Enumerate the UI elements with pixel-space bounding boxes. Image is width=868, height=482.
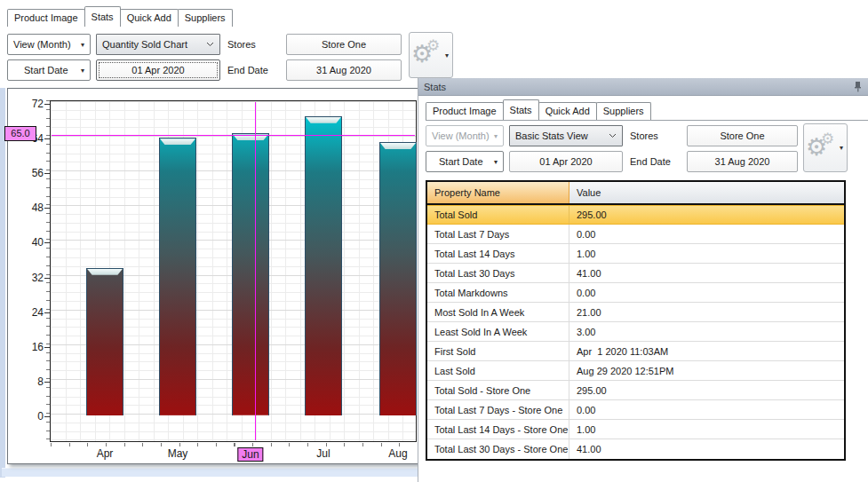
stats-view-combobox[interactable]: Basic Stats View [509, 125, 623, 146]
stats-store-one-label: Store One [720, 130, 764, 141]
table-row[interactable]: Total Last 14 Days1.00 [427, 244, 844, 264]
y-axis-tick [44, 416, 50, 417]
property-name-cell: Most Sold In A Week [427, 303, 569, 321]
column-header-value[interactable]: Value [569, 182, 844, 203]
end-date-value: 31 Aug 2020 [316, 65, 371, 75]
table-row[interactable]: Total Sold - Store One295.00 [427, 381, 844, 400]
column-header-property-name[interactable]: Property Name [427, 182, 569, 203]
table-row[interactable]: Total Last 14 Days - Store One1.00 [427, 420, 844, 439]
property-value-cell: 295.00 [569, 381, 844, 399]
crosshair-horizontal-line [52, 135, 415, 136]
y-axis-tick-label: 24 [8, 306, 44, 319]
table-row[interactable]: Total Markdowns0.00 [427, 283, 844, 303]
stats-panel-titlebar[interactable]: Stats [418, 78, 868, 96]
tab-suppliers[interactable]: Suppliers [178, 9, 233, 27]
property-value-cell: 41.00 [569, 264, 844, 282]
property-value-cell: 1.00 [569, 420, 844, 439]
bar-apr[interactable] [86, 268, 123, 415]
y-axis-tick-label: 48 [8, 201, 44, 214]
property-name-cell: Total Last 14 Days - Store One [427, 420, 569, 439]
stats-start-date-value: 01 Apr 2020 [539, 156, 592, 167]
pin-icon[interactable] [853, 81, 863, 92]
bar-aug[interactable] [379, 142, 417, 415]
tab-stats[interactable]: Stats [503, 99, 539, 120]
x-axis-label-may: May [164, 447, 192, 460]
x-axis-label-apr: Apr [93, 447, 117, 460]
tab-stats[interactable]: Stats [84, 6, 121, 27]
stores-label: Stores [227, 39, 256, 50]
y-axis-tick [44, 104, 50, 105]
stats-view-month-label: View (Month) [432, 130, 490, 141]
property-name-cell: Total Last 30 Days - Store One [427, 439, 569, 459]
crosshair-vertical-line [255, 102, 256, 440]
y-axis-tick-label: 16 [8, 341, 44, 353]
tab-suppliers[interactable]: Suppliers [596, 102, 651, 120]
stats-start-date-value-button[interactable]: 01 Apr 2020 [509, 151, 623, 172]
settings-gear-button[interactable]: ⚙⚙ ▾ [409, 32, 453, 78]
y-axis-tick [44, 242, 50, 243]
table-row[interactable]: Last SoldAug 29 2020 12:51PM [427, 361, 844, 381]
property-name-cell: Total Last 30 Days [427, 264, 569, 282]
property-name-cell: First Sold [427, 342, 569, 360]
quantity-sold-chart-panel: 65.0 726456484032241680AprMayJunJulAug [7, 88, 424, 464]
x-axis-label-aug: Aug [385, 447, 410, 460]
table-row[interactable]: Total Last 7 Days - Store One0.00 [427, 400, 844, 420]
table-row[interactable]: Total Last 30 Days - Store One41.00 [427, 439, 844, 459]
window-edge-left [0, 88, 5, 478]
bar-may[interactable] [159, 138, 196, 415]
bar-jun[interactable] [232, 133, 269, 415]
tab-product-image[interactable]: Product Image [426, 102, 504, 120]
y-axis-tick-label: 8 [8, 375, 44, 388]
property-name-cell: Last Sold [427, 361, 569, 380]
end-date-value-button[interactable]: 31 Aug 2020 [286, 59, 402, 81]
property-name-cell: Least Sold In A Week [427, 322, 569, 341]
property-value-cell: Apr 1 2020 11:03AM [569, 342, 844, 360]
chart-plot-area[interactable] [50, 100, 417, 442]
table-header-row: Property Name Value [427, 182, 844, 205]
stats-end-date-label: End Date [630, 156, 671, 167]
x-axis-label-jul: Jul [313, 447, 333, 460]
tab-product-image[interactable]: Product Image [7, 9, 85, 27]
property-value-cell: 0.00 [569, 283, 844, 302]
stats-end-date-value-button[interactable]: 31 Aug 2020 [687, 151, 798, 172]
end-date-label: End Date [227, 65, 268, 75]
stats-start-date-label: Start Date [439, 156, 483, 167]
store-one-button[interactable]: Store One [286, 34, 402, 55]
chart-type-combobox[interactable]: Quantity Sold Chart [96, 34, 220, 55]
gear-icon: ⚙⚙ [413, 41, 443, 69]
stats-store-one-button[interactable]: Store One [687, 125, 798, 146]
bar-jul[interactable] [305, 116, 342, 415]
chevron-down-icon: ▾ [840, 144, 843, 152]
gear-icon: ⚙⚙ [808, 134, 838, 162]
tab-quick-add[interactable]: Quick Add [120, 9, 179, 27]
property-value-cell: Aug 29 2020 12:51PM [569, 361, 844, 380]
stats-start-date-dropdown[interactable]: Start Date ▾ [426, 151, 504, 172]
table-row[interactable]: Total Last 30 Days41.00 [427, 264, 844, 283]
y-axis-tick [44, 382, 50, 383]
chevron-down-icon [609, 133, 617, 138]
property-value-cell: 41.00 [569, 439, 844, 459]
table-row[interactable]: First SoldApr 1 2020 11:03AM [427, 342, 844, 361]
stats-stores-label: Stores [630, 130, 658, 141]
tab-quick-add[interactable]: Quick Add [538, 102, 597, 120]
y-axis-tick-label: 56 [8, 167, 44, 179]
property-name-cell: Total Last 7 Days [427, 225, 569, 243]
start-date-dropdown[interactable]: Start Date ▾ [7, 59, 91, 81]
y-axis-tick [44, 278, 50, 279]
property-name-cell: Total Last 7 Days - Store One [427, 400, 569, 419]
stats-property-table: Property Name Value Total Sold295.00Tota… [426, 180, 846, 461]
chevron-down-icon [206, 42, 214, 47]
property-value-cell: 21.00 [569, 303, 844, 321]
chevron-down-icon: ▾ [494, 132, 498, 140]
y-axis-tick [44, 208, 50, 209]
property-name-cell: Total Sold - Store One [427, 381, 569, 399]
table-row[interactable]: Most Sold In A Week21.00 [427, 303, 844, 322]
property-value-cell: 295.00 [569, 206, 844, 224]
stats-panel-title: Stats [424, 82, 446, 92]
table-row[interactable]: Total Last 7 Days0.00 [427, 225, 844, 244]
table-row[interactable]: Total Sold295.00 [427, 205, 844, 225]
view-month-dropdown[interactable]: View (Month) ▾ [7, 34, 91, 55]
table-row[interactable]: Least Sold In A Week3.00 [427, 322, 844, 342]
start-date-value-button[interactable]: 01 Apr 2020 [96, 59, 220, 81]
stats-settings-gear-button[interactable]: ⚙⚙ ▾ [803, 123, 848, 172]
